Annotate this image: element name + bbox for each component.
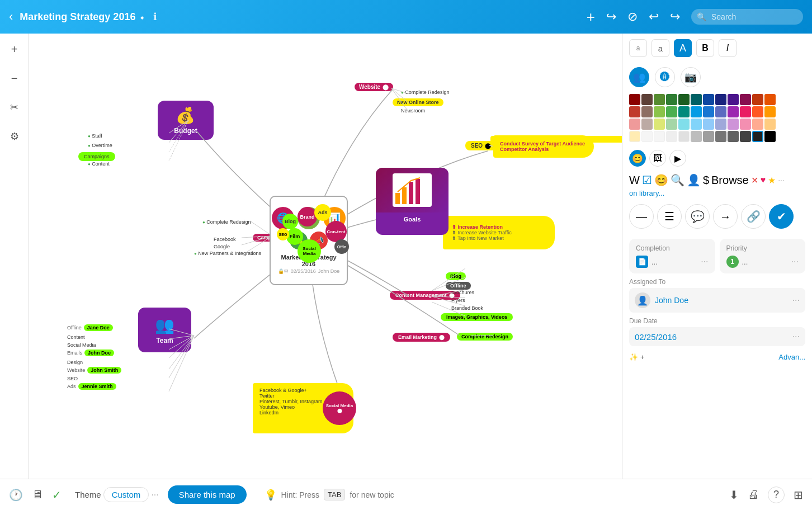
sticker-check[interactable]: ☑ (642, 173, 652, 187)
color-gray4[interactable] (715, 131, 726, 142)
color-olive[interactable] (654, 94, 665, 105)
color-lightbrown[interactable] (641, 119, 653, 130)
sticker-dollar[interactable]: $ (703, 174, 709, 187)
completion-more[interactable]: ··· (701, 257, 708, 267)
sticker-x[interactable]: ✕ (751, 175, 758, 186)
history-button[interactable]: 🕐 (9, 488, 23, 502)
back-button[interactable]: ‹ (9, 10, 13, 24)
color-lavender[interactable] (715, 119, 726, 130)
italic-btn[interactable]: I (719, 39, 737, 57)
advanced-button[interactable]: Advan... (778, 353, 805, 361)
scissors-button[interactable]: ✂ (4, 97, 25, 117)
color-lightgray[interactable] (666, 131, 677, 142)
color-orange2[interactable] (764, 94, 776, 105)
bold-btn[interactable]: B (696, 39, 714, 57)
redo-button[interactable]: ↪ (670, 10, 680, 24)
color-red[interactable] (629, 106, 640, 117)
text-small-btn[interactable]: a (629, 39, 647, 57)
check-button[interactable]: ✓ (52, 488, 62, 502)
color-darkgreen[interactable] (666, 94, 677, 105)
content-offline[interactable]: Offline (446, 282, 471, 290)
sticker-heart[interactable]: ♥ (761, 175, 766, 185)
add-button[interactable]: + (587, 8, 595, 26)
team-node[interactable]: 👥 Team (138, 308, 191, 352)
budget-node[interactable]: 💰 Budget (158, 101, 214, 140)
color-peach[interactable] (752, 119, 763, 130)
menu-action-btn[interactable]: ☰ (657, 204, 682, 229)
sticker-search[interactable]: 🔍 (671, 173, 684, 187)
image-icon-btn[interactable]: 🖼 (649, 150, 666, 167)
text-medium-btn[interactable]: a (652, 39, 669, 57)
content-blog[interactable]: Blog (446, 272, 466, 280)
text-large-btn[interactable]: A (674, 39, 692, 57)
color-nearblack[interactable] (752, 131, 763, 142)
budget-campaigns[interactable]: Campaigns (78, 152, 115, 161)
color-indigo[interactable] (715, 94, 726, 105)
sticker-face[interactable]: 😊 (654, 173, 668, 187)
sticker-more[interactable]: ··· (778, 176, 785, 185)
color-blush[interactable] (740, 119, 751, 130)
color-blue[interactable] (703, 106, 714, 117)
color-lightred[interactable] (629, 119, 640, 130)
curve-button[interactable]: ↪ (606, 10, 616, 24)
video-icon-btn[interactable]: ▶ (669, 150, 686, 167)
color-teal2[interactable] (678, 106, 690, 117)
title-dropdown-icon[interactable]: ⬥ (140, 12, 144, 21)
priority-more[interactable]: ··· (791, 257, 799, 267)
sticker-person[interactable]: 👤 (687, 173, 701, 187)
color-purple[interactable] (728, 94, 739, 105)
color-verydarkgreen[interactable] (678, 94, 690, 105)
link-action-btn[interactable]: 🔗 (741, 204, 766, 229)
smiley-icon-btn[interactable]: 😊 (629, 150, 646, 167)
seo-card[interactable]: Conduct Survey of Target Audience Compet… (493, 135, 594, 158)
cancel-button[interactable]: ⊘ (627, 10, 638, 24)
color-green[interactable] (666, 106, 677, 117)
website-node[interactable]: Website ⬤ (355, 83, 393, 91)
face-icon-btn[interactable]: 🅐 (655, 67, 675, 87)
color-gray5[interactable] (728, 131, 739, 142)
check-action-btn[interactable]: ✔ (769, 204, 794, 229)
email-sub1[interactable]: Complete Redesign (457, 333, 513, 341)
goals-card[interactable]: ⬆ Increase Retention ⬆ Increase Website … (443, 216, 555, 249)
color-yellow2[interactable] (654, 119, 665, 130)
color-lime[interactable] (654, 106, 665, 117)
website-sub2[interactable]: New Online Store (393, 98, 443, 106)
color-darkpink[interactable] (740, 94, 751, 105)
color-deeporange[interactable] (752, 106, 763, 117)
color-lightgreen[interactable] (666, 119, 677, 130)
minus-action-btn[interactable]: — (629, 204, 654, 229)
camera-icon-btn[interactable]: 📷 (681, 67, 701, 87)
color-nearwhite1[interactable] (641, 131, 653, 142)
people-icon-btn[interactable]: 👥 (629, 67, 649, 87)
screen-button[interactable]: 🖥 (32, 488, 43, 501)
content-images[interactable]: Images, Graphics, Videos (441, 313, 513, 321)
color-darkred[interactable] (629, 94, 640, 105)
color-gray2[interactable] (691, 131, 702, 142)
info-icon[interactable]: ℹ (153, 11, 157, 23)
color-brown[interactable] (641, 94, 653, 105)
color-navy[interactable] (703, 94, 714, 105)
color-lightcyan[interactable] (678, 119, 690, 130)
color-violet[interactable] (728, 106, 739, 117)
sticker-w[interactable]: W (629, 174, 640, 187)
color-sky[interactable] (691, 106, 702, 117)
goals-node[interactable]: Goals (376, 168, 449, 235)
chat-action-btn[interactable]: 💬 (685, 204, 710, 229)
color-lightyellow[interactable] (764, 119, 776, 130)
settings-button[interactable]: ⚙ (4, 126, 25, 147)
color-lightblue[interactable] (703, 119, 714, 130)
share-button[interactable]: Share this map (168, 485, 247, 504)
color-gray1[interactable] (678, 131, 690, 142)
help-button[interactable]: ? (768, 487, 785, 503)
assigned-more[interactable]: ··· (792, 295, 800, 305)
social-media-card[interactable]: Social Media ⬤ Facebook & Google+ Twitte… (253, 383, 353, 433)
color-pink[interactable] (740, 106, 751, 117)
color-periwinkle[interactable] (715, 106, 726, 117)
sticker-browse[interactable]: Browse (711, 174, 749, 187)
arrow-action-btn[interactable]: → (713, 204, 738, 229)
sticker-star[interactable]: ★ (768, 175, 776, 186)
zoom-in-button[interactable]: + (4, 39, 25, 59)
color-darkgray[interactable] (740, 131, 751, 142)
browse-library-link[interactable]: on library... (622, 189, 812, 200)
content-mgmt-node[interactable]: Content Management ⬤ (390, 291, 460, 300)
